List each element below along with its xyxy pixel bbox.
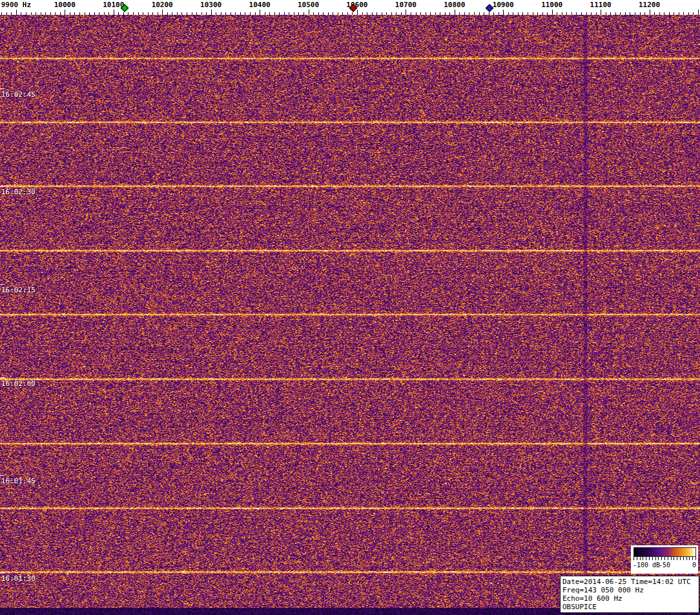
- freq-tick: [669, 12, 670, 15]
- freq-tick: [547, 12, 548, 15]
- freq-tick: [318, 12, 319, 15]
- freq-tick: [420, 12, 421, 15]
- freq-tick: [328, 12, 329, 15]
- time-tick: [0, 186, 5, 187]
- freq-tick: [41, 12, 41, 15]
- freq-tick: [108, 12, 109, 15]
- freq-tick: [591, 12, 592, 15]
- freq-tick: [426, 12, 426, 15]
- freq-tick: [313, 12, 314, 15]
- freq-tick: [255, 12, 256, 15]
- freq-tick: [659, 12, 660, 15]
- freq-tick: [143, 12, 143, 15]
- time-tick: [0, 284, 5, 285]
- freq-tick: [85, 12, 85, 15]
- spectrogram-app: 9900 Hz100001010010200103001040010500106…: [0, 0, 700, 615]
- freq-tick: [391, 12, 392, 15]
- freq-label: 11100: [590, 1, 612, 9]
- info-box: Date=2014-06-25 Time=14:02 UTC Freq=143 …: [560, 576, 699, 613]
- freq-tick: [65, 10, 65, 15]
- freq-tick: [177, 12, 178, 15]
- freq-tick: [401, 12, 402, 15]
- freq-tick: [445, 12, 446, 15]
- freq-tick: [440, 12, 440, 15]
- freq-tick: [70, 12, 70, 15]
- freq-tick: [21, 12, 21, 15]
- freq-tick: [298, 12, 299, 15]
- freq-tick: [221, 12, 221, 15]
- info-freq-line: Freq=143 050 000 Hz: [562, 586, 697, 594]
- freq-tick: [586, 12, 587, 15]
- freq-tick: [484, 12, 484, 15]
- freq-tick: [644, 12, 645, 15]
- freq-tick: [630, 12, 630, 15]
- freq-label: 11000: [541, 1, 562, 9]
- freq-tick: [294, 12, 294, 15]
- freq-tick: [279, 12, 280, 15]
- freq-tick: [206, 12, 207, 15]
- freq-tick: [533, 12, 533, 15]
- freq-tick: [36, 12, 36, 15]
- freq-tick: [104, 12, 105, 15]
- time-tick: [0, 572, 5, 573]
- freq-tick: [620, 12, 621, 15]
- colorbar-labels: -100 dB -50 0: [631, 545, 698, 574]
- freq-tick: [225, 12, 226, 15]
- freq-tick: [167, 12, 168, 15]
- freq-label: 9900 Hz: [1, 1, 31, 9]
- freq-tick: [528, 12, 528, 15]
- freq-tick: [635, 12, 635, 15]
- colorbar-label-max: 0: [692, 561, 696, 569]
- freq-tick: [449, 12, 450, 15]
- freq-tick: [133, 12, 134, 15]
- freq-tick: [1, 12, 2, 15]
- freq-tick: [508, 12, 509, 15]
- freq-tick: [606, 12, 606, 15]
- freq-tick: [679, 12, 679, 15]
- freq-tick: [406, 10, 406, 15]
- freq-tick: [513, 12, 513, 15]
- colorbar: -100 dB -50 0: [631, 545, 698, 574]
- freq-tick: [333, 12, 333, 15]
- freq-label: 10300: [200, 1, 221, 9]
- freq-tick: [289, 12, 289, 15]
- freq-tick: [640, 12, 641, 15]
- freq-label: 10000: [54, 1, 76, 9]
- freq-tick: [89, 12, 90, 15]
- freq-tick: [60, 12, 61, 15]
- freq-tick: [338, 12, 338, 15]
- freq-tick: [522, 12, 523, 15]
- freq-tick: [352, 12, 353, 15]
- freq-label: 11200: [639, 1, 660, 9]
- time-label: 16:01:30: [1, 574, 36, 583]
- freq-tick: [245, 12, 245, 15]
- info-date-line: Date=2014-06-25 Time=14:02 UTC: [562, 578, 697, 586]
- freq-tick: [625, 12, 626, 15]
- freq-tick: [362, 12, 363, 15]
- freq-tick: [372, 12, 373, 15]
- freq-tick: [269, 12, 270, 15]
- time-label: 16:02:30: [1, 188, 36, 196]
- time-tick: [0, 88, 5, 89]
- freq-tick: [74, 12, 75, 15]
- freq-tick: [31, 12, 32, 15]
- freq-tick: [16, 10, 17, 15]
- info-echo-line: Echo=10 600 Hz: [562, 594, 697, 603]
- freq-tick: [11, 12, 12, 15]
- freq-tick: [474, 12, 475, 15]
- freq-tick: [367, 12, 367, 15]
- freq-tick: [26, 12, 26, 15]
- freq-tick: [562, 12, 562, 15]
- freq-tick: [464, 12, 465, 15]
- freq-ruler: 9900 Hz100001010010200103001040010500106…: [0, 0, 700, 15]
- freq-tick: [596, 12, 597, 15]
- freq-tick: [664, 12, 664, 15]
- freq-tick: [615, 12, 616, 15]
- freq-tick: [435, 12, 436, 15]
- time-tick: [0, 475, 5, 476]
- freq-tick: [235, 12, 236, 15]
- freq-tick: [265, 12, 265, 15]
- freq-tick: [231, 12, 231, 15]
- freq-tick: [416, 12, 417, 15]
- freq-tick: [172, 12, 172, 15]
